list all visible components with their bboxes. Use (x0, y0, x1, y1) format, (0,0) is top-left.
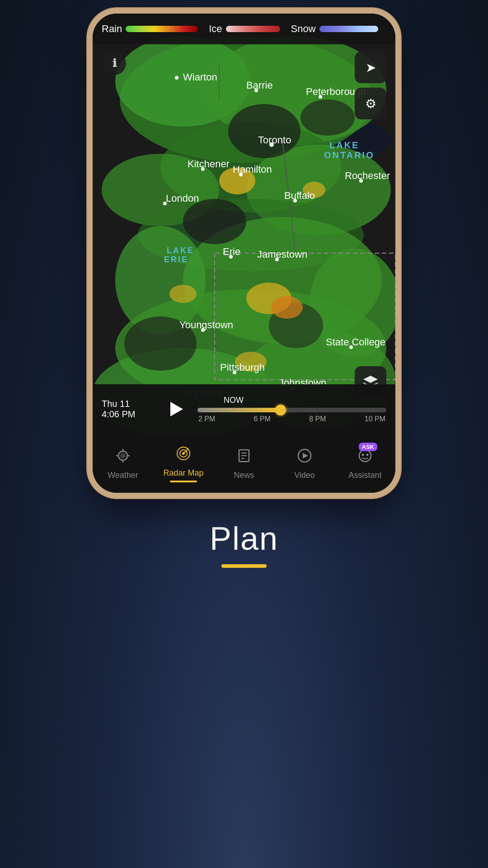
lake-ontario-label2: ONTARIO (324, 150, 375, 160)
city-jamestown: Jamestown (257, 249, 307, 260)
news-icon (235, 447, 253, 468)
info-icon: ℹ (113, 57, 117, 70)
nav-video[interactable]: Video (282, 447, 327, 480)
nav-radar[interactable]: Radar Map (161, 445, 206, 482)
lake-erie-label: LAKE (167, 246, 194, 255)
snow-label: Snow (291, 23, 316, 35)
city-kitchener: Kitchener (188, 158, 230, 170)
svg-point-64 (362, 453, 364, 456)
map-controls: ➤ ⚙ (355, 52, 386, 119)
video-nav-icon (296, 447, 313, 464)
rain-gradient (126, 26, 198, 32)
legend-bar: Rain Ice Snow (93, 14, 395, 44)
plan-section: Plan (210, 520, 278, 568)
info-button[interactable]: ℹ (103, 52, 126, 75)
timeline-track[interactable] (197, 408, 386, 412)
ice-label: Ice (209, 23, 222, 35)
svg-point-23 (271, 296, 303, 319)
navigation-button[interactable]: ➤ (355, 52, 386, 83)
phone-frame: Wiarton Barrie Peterborough Toronto LAKE… (93, 14, 395, 493)
radar-nav-icon (175, 445, 192, 462)
svg-line-56 (183, 448, 188, 453)
settings-button[interactable]: ⚙ (355, 88, 386, 119)
video-nav-label: Video (294, 471, 315, 480)
svg-point-24 (169, 285, 197, 303)
timeline-label-8pm: 8 PM (309, 415, 326, 423)
city-barrie: Barrie (246, 80, 273, 91)
nav-news[interactable]: News (221, 447, 267, 480)
plan-underline (221, 564, 267, 568)
rain-label: Rain (102, 23, 122, 35)
svg-point-30 (175, 76, 178, 80)
nav-weather[interactable]: Weather (100, 447, 145, 480)
radar-active-indicator (170, 481, 197, 482)
svg-point-63 (359, 450, 371, 462)
navigation-icon: ➤ (366, 60, 376, 75)
city-buffalo: Buffalo (284, 190, 315, 201)
timeline-thumb[interactable] (275, 405, 286, 415)
weather-nav-label: Weather (108, 471, 138, 480)
weather-icon (114, 447, 131, 468)
city-rochester: Rochester (345, 170, 390, 181)
news-nav-label: News (234, 471, 254, 480)
svg-marker-46 (363, 376, 378, 383)
snow-gradient (319, 26, 378, 32)
timeline-bar: Thu 11 4:06 PM NOW 2 PM 6 PM 8 PM 10 PM (93, 384, 395, 434)
timeline-label-6pm: 6 PM (254, 415, 271, 423)
svg-marker-62 (303, 453, 308, 458)
svg-point-16 (228, 104, 300, 158)
city-hamilton: Hamilton (233, 164, 272, 175)
city-statecollege: State College (326, 336, 385, 348)
assistant-nav-label: Assistant (348, 471, 381, 480)
city-erie: Erie (223, 246, 240, 257)
news-nav-icon (235, 447, 253, 464)
weather-nav-icon (114, 447, 131, 464)
nav-assistant[interactable]: ASK Assistant (343, 447, 388, 480)
rain-legend: Rain (102, 23, 198, 35)
phone-screen: Wiarton Barrie Peterborough Toronto LAKE… (93, 14, 395, 493)
city-pittsburgh: Pittsburgh (220, 362, 265, 373)
timeline-date: Thu 11 (102, 399, 156, 409)
city-youngstown: Youngstown (179, 319, 233, 330)
ice-legend: Ice (209, 23, 280, 35)
city-toronto: Toronto (258, 134, 291, 146)
svg-point-48 (120, 453, 126, 458)
video-icon (296, 447, 313, 468)
timeline-label-2pm: 2 PM (198, 415, 215, 423)
lake-erie-label2: ERIE (164, 255, 188, 264)
svg-point-65 (366, 453, 369, 456)
now-label: NOW (197, 396, 386, 405)
snow-legend: Snow (291, 23, 378, 35)
svg-point-17 (300, 99, 355, 136)
timeline-container[interactable]: NOW 2 PM 6 PM 8 PM 10 PM (197, 396, 386, 423)
map-area[interactable]: Wiarton Barrie Peterborough Toronto LAKE… (93, 14, 395, 434)
radar-icon (175, 445, 192, 466)
ask-badge: ASK (359, 443, 377, 451)
lake-ontario-label: LAKE (329, 140, 359, 150)
play-icon (170, 402, 183, 416)
assistant-icon-wrapper: ASK (357, 447, 374, 468)
time-display: Thu 11 4:06 PM (102, 399, 156, 420)
play-button[interactable] (164, 396, 189, 422)
bottom-nav: Weather Radar Map (93, 434, 395, 493)
timeline-clock: 4:06 PM (102, 409, 156, 420)
city-wiarton: Wiarton (183, 71, 217, 83)
settings-icon: ⚙ (365, 96, 376, 111)
city-london: London (166, 193, 199, 204)
svg-point-18 (183, 199, 246, 244)
plan-title: Plan (210, 520, 278, 557)
timeline-progress (197, 408, 282, 412)
ice-gradient (226, 26, 280, 32)
radar-nav-label: Radar Map (163, 468, 203, 478)
timeline-label-10pm: 10 PM (365, 415, 385, 423)
timeline-labels: 2 PM 6 PM 8 PM 10 PM (197, 415, 386, 423)
